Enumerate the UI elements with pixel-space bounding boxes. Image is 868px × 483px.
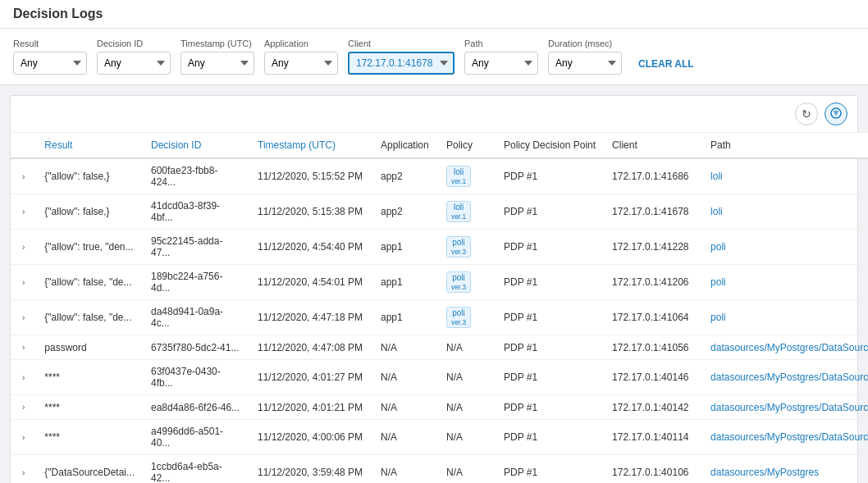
- cell-pdp: PDP #1: [496, 395, 604, 420]
- cell-client: 172.17.0.1:41228: [604, 230, 702, 265]
- expand-row-button[interactable]: ›: [19, 206, 28, 218]
- cell-decision-id: 189bc224-a756-4d...: [143, 265, 249, 300]
- filter-path: Path Any: [464, 39, 538, 75]
- filter-application-select[interactable]: Any: [264, 52, 338, 75]
- table-row: ›{"allow": false,}600fae23-fbb8-424...11…: [11, 158, 868, 194]
- cell-decision-id: 6735f780-5dc2-41...: [143, 335, 249, 360]
- filter-duration-select[interactable]: Any: [548, 52, 622, 75]
- table-row: ›****ea8d4a86-6f26-46...11/12/2020, 4:01…: [11, 395, 868, 420]
- cell-client: 172.17.0.1:41206: [604, 265, 702, 300]
- expand-row-button[interactable]: ›: [19, 312, 28, 324]
- cell-decision-id: 1ccbd6a4-eb5a-42...: [143, 455, 249, 484]
- cell-decision-id: 95c22145-adda-47...: [143, 230, 249, 265]
- cell-pdp: PDP #1: [496, 158, 604, 194]
- cell-path: datasources/MyPostgres/DataSourceDetails…: [702, 360, 868, 395]
- col-decision-header: Decision ID: [143, 133, 249, 158]
- cell-policy: poliver.3: [438, 265, 496, 300]
- cell-timestamp: 11/12/2020, 4:47:18 PM: [249, 300, 372, 335]
- filter-client-select[interactable]: 172.17.0.1:41678: [348, 52, 455, 75]
- table-row: ›{"allow": false, "de...da48d941-0a9a-4c…: [11, 300, 868, 335]
- refresh-icon: ↻: [802, 107, 811, 121]
- cell-application: N/A: [372, 335, 438, 360]
- cell-client: 172.17.0.1:41064: [604, 300, 702, 335]
- decision-logs-table: Result Decision ID Timestamp (UTC) Appli…: [11, 133, 868, 483]
- cell-client: 172.17.0.1:41056: [604, 335, 702, 360]
- cell-result: ****: [36, 395, 143, 420]
- cell-result: {"allow": true, "den...: [36, 230, 143, 265]
- cell-result: {"allow": false,}: [36, 158, 143, 194]
- cell-decision-id: da48d941-0a9a-4c...: [143, 300, 249, 335]
- expand-row-button[interactable]: ›: [19, 431, 28, 444]
- cell-application: N/A: [372, 360, 438, 395]
- filter-path-select[interactable]: Any: [464, 52, 538, 75]
- filter-application-label: Application: [264, 39, 338, 48]
- filter-result-label: Result: [13, 39, 87, 48]
- filter-button[interactable]: [825, 103, 847, 125]
- filter-duration-label: Duration (msec): [548, 39, 622, 48]
- cell-result: ****: [36, 420, 143, 455]
- clear-all-button[interactable]: CLEAR ALL: [632, 55, 701, 73]
- filter-icon: [830, 107, 842, 121]
- cell-timestamp: 11/12/2020, 4:01:27 PM: [249, 360, 372, 395]
- filter-result-select[interactable]: Any: [13, 52, 87, 75]
- cell-client: 172.17.0.1:40142: [604, 395, 702, 420]
- cell-pdp: PDP #1: [496, 300, 604, 335]
- filter-client: Client 172.17.0.1:41678: [348, 39, 455, 75]
- cell-result: {"DataSourceDetai...: [36, 455, 143, 484]
- table-container: ↻ Result Decision ID Timestamp (UTC) App…: [10, 95, 858, 483]
- expand-row-button[interactable]: ›: [19, 241, 28, 253]
- cell-decision-id: a4996dd6-a501-40...: [143, 420, 249, 455]
- cell-pdp: PDP #1: [496, 360, 604, 395]
- cell-pdp: PDP #1: [496, 455, 604, 484]
- cell-path: poli: [702, 230, 868, 265]
- expand-row-button[interactable]: ›: [19, 371, 28, 384]
- cell-pdp: PDP #1: [496, 335, 604, 360]
- refresh-button[interactable]: ↻: [795, 103, 818, 125]
- table-row: ›{"allow": false, "de...189bc224-a756-4d…: [11, 265, 868, 300]
- cell-policy: poliver.3: [438, 300, 496, 335]
- cell-pdp: PDP #1: [496, 230, 604, 265]
- col-client-header: Client: [604, 133, 702, 158]
- cell-decision-id: ea8d4a86-6f26-46...: [143, 395, 249, 420]
- table-row: ›{"allow": true, "den...95c22145-adda-47…: [11, 230, 868, 265]
- cell-application: app2: [372, 158, 438, 194]
- filter-timestamp-select[interactable]: Any: [180, 52, 254, 75]
- expand-row-button[interactable]: ›: [19, 467, 28, 479]
- cell-timestamp: 11/12/2020, 4:00:06 PM: [249, 420, 372, 455]
- cell-client: 172.17.0.1:40114: [604, 420, 702, 455]
- cell-client: 172.17.0.1:41678: [604, 194, 702, 230]
- cell-path: datasources/MyPostgres: [702, 455, 868, 484]
- cell-application: app1: [372, 265, 438, 300]
- table-row: ›{"allow": false,}41dcd0a3-8f39-4bf...11…: [11, 194, 868, 230]
- table-row: ›****63f0437e-0430-4fb...11/12/2020, 4:0…: [11, 360, 868, 395]
- cell-client: 172.17.0.1:40106: [604, 455, 702, 484]
- cell-timestamp: 11/12/2020, 4:54:01 PM: [249, 265, 372, 300]
- expand-row-button[interactable]: ›: [19, 276, 28, 289]
- table-row: ›password6735f780-5dc2-41...11/12/2020, …: [11, 335, 868, 360]
- filter-result: Result Any: [13, 39, 87, 75]
- filter-decision-select[interactable]: Any: [97, 52, 171, 75]
- cell-application: N/A: [372, 395, 438, 420]
- col-expand: [11, 133, 36, 158]
- filter-decision-label: Decision ID: [97, 39, 171, 48]
- cell-path: loli: [702, 194, 868, 230]
- expand-row-button[interactable]: ›: [19, 171, 28, 183]
- filter-decision-id: Decision ID Any: [97, 39, 171, 75]
- filter-path-label: Path: [464, 39, 538, 48]
- cell-application: app1: [372, 230, 438, 265]
- cell-result: password: [36, 335, 143, 360]
- expand-row-button[interactable]: ›: [19, 401, 28, 413]
- expand-row-button[interactable]: ›: [19, 341, 28, 353]
- cell-policy: N/A: [438, 420, 496, 455]
- cell-application: app1: [372, 300, 438, 335]
- table-row: ›{"DataSourceDetai...1ccbd6a4-eb5a-42...…: [11, 455, 868, 484]
- cell-result: {"allow": false, "de...: [36, 300, 143, 335]
- cell-result: ****: [36, 360, 143, 395]
- col-timestamp-header: Timestamp (UTC): [249, 133, 372, 158]
- cell-pdp: PDP #1: [496, 265, 604, 300]
- table-row: ›****a4996dd6-a501-40...11/12/2020, 4:00…: [11, 420, 868, 455]
- filter-timestamp: Timestamp (UTC) Any: [180, 39, 254, 75]
- cell-path: datasources/MyPostgres/DataSourceDetails…: [702, 420, 868, 455]
- cell-path: datasources/MyPostgres/DataSourceDetails…: [702, 335, 868, 360]
- page-title: Decision Logs: [13, 7, 103, 21]
